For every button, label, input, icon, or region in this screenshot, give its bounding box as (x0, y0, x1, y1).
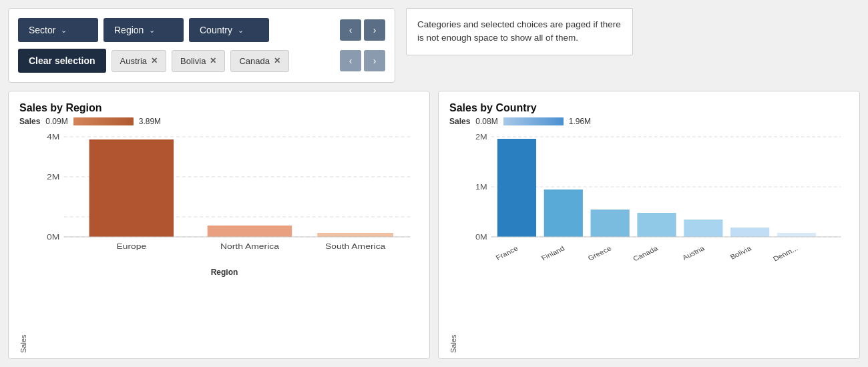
region-scale-bar (73, 117, 134, 125)
svg-text:North America: North America (220, 242, 279, 250)
region-chart-area: Sales 4M 2M 0M (19, 130, 419, 353)
next-page-button-bottom[interactable]: › (364, 50, 385, 71)
info-box: Categories and selected choices are page… (406, 8, 633, 55)
austria-tag: Austria ✕ (112, 50, 166, 72)
prev-page-button-top[interactable]: ‹ (340, 19, 361, 41)
bottom-nav-row: ‹ › (340, 50, 385, 71)
svg-text:France: France (494, 244, 519, 261)
country-chevron-icon: ⌄ (238, 26, 244, 35)
region-scale-max: 3.89M (139, 117, 161, 126)
country-scale-row: Sales 0.08M 1.96M (449, 117, 849, 126)
country-scale-label: Sales (449, 117, 470, 126)
svg-text:Denm...: Denm... (771, 244, 799, 262)
region-scale-min: 0.09M (45, 117, 67, 126)
region-svg-wrapper: 4M 2M 0M Europe North America South Amer (30, 130, 419, 353)
bolivia-tag: Bolivia ✕ (172, 50, 225, 72)
austria-remove-icon[interactable]: ✕ (151, 56, 158, 65)
country-scale-min: 0.08M (475, 117, 497, 126)
selection-row: Clear selection Austria ✕ Bolivia ✕ Cana… (18, 49, 385, 73)
country-chart-svg: 2M 1M 0M (460, 130, 849, 264)
canada-tag: Canada ✕ (230, 50, 289, 72)
country-chart-area: Sales 2M 1M 0M (449, 130, 849, 353)
sector-label: Sector (29, 25, 55, 35)
canada-remove-icon[interactable]: ✕ (274, 56, 280, 65)
south-america-bar[interactable] (317, 233, 393, 237)
country-chart-panel: Sales by Country Sales 0.08M 1.96M Sales… (438, 91, 860, 359)
svg-text:0M: 0M (47, 233, 59, 241)
prev-page-button-bottom[interactable]: ‹ (340, 50, 361, 71)
region-scale-label: Sales (19, 117, 40, 126)
country-y-axis-label: Sales (449, 130, 457, 353)
austria-label: Austria (120, 56, 147, 66)
bolivia-bar[interactable] (730, 228, 769, 237)
region-chart-panel: Sales by Region Sales 0.09M 3.89M Sales … (8, 91, 430, 359)
svg-text:Europe: Europe (116, 242, 146, 250)
svg-text:South America: South America (325, 242, 385, 250)
svg-text:2M: 2M (475, 133, 487, 141)
bolivia-remove-icon[interactable]: ✕ (210, 56, 216, 65)
greece-bar[interactable] (591, 210, 630, 237)
svg-text:Canada: Canada (632, 244, 660, 263)
filter-panel: Sector ⌄ Region ⌄ Country ⌄ ‹ › Clear se… (8, 8, 395, 83)
france-bar[interactable] (497, 139, 536, 237)
next-page-button-top[interactable]: › (364, 19, 385, 41)
region-y-axis-label: Sales (19, 130, 27, 353)
sector-chevron-icon: ⌄ (61, 26, 67, 35)
dropdown-row: Sector ⌄ Region ⌄ Country ⌄ ‹ › (18, 18, 385, 42)
svg-text:Finland: Finland (539, 244, 566, 262)
denmark-bar[interactable] (777, 233, 816, 237)
svg-text:1M: 1M (475, 183, 487, 192)
canada-label: Canada (239, 56, 270, 66)
region-chevron-icon: ⌄ (149, 26, 155, 35)
country-svg-wrapper: 2M 1M 0M (460, 130, 849, 353)
country-chart-title: Sales by Country (449, 102, 849, 114)
region-label: Region (114, 25, 144, 35)
north-america-bar[interactable] (208, 226, 292, 237)
svg-text:0M: 0M (475, 233, 487, 242)
svg-text:Austria: Austria (681, 244, 707, 262)
finland-bar[interactable] (544, 190, 583, 237)
country-scale-max: 1.96M (569, 117, 591, 126)
region-chart-svg: 4M 2M 0M Europe North America South Amer (30, 130, 419, 264)
austria-bar[interactable] (684, 220, 722, 237)
svg-text:Bolivia: Bolivia (728, 244, 753, 261)
info-text: Categories and selected choices are page… (417, 19, 621, 43)
charts-row: Sales by Region Sales 0.09M 3.89M Sales … (8, 91, 860, 359)
country-dropdown[interactable]: Country ⌄ (189, 18, 269, 42)
clear-selection-button[interactable]: Clear selection (18, 49, 106, 73)
canada-bar[interactable] (637, 213, 676, 237)
region-x-axis-label: Region (30, 268, 419, 277)
country-scale-bar (503, 117, 564, 125)
svg-text:2M: 2M (47, 173, 59, 181)
svg-text:Greece: Greece (586, 244, 612, 262)
region-chart-title: Sales by Region (19, 102, 419, 114)
region-dropdown[interactable]: Region ⌄ (103, 18, 184, 42)
svg-text:4M: 4M (47, 133, 59, 141)
europe-bar[interactable] (89, 139, 174, 237)
sector-dropdown[interactable]: Sector ⌄ (18, 18, 98, 42)
country-label: Country (200, 25, 232, 35)
top-nav-row: ‹ › (340, 19, 385, 41)
region-scale-row: Sales 0.09M 3.89M (19, 117, 419, 126)
bolivia-label: Bolivia (180, 56, 206, 66)
